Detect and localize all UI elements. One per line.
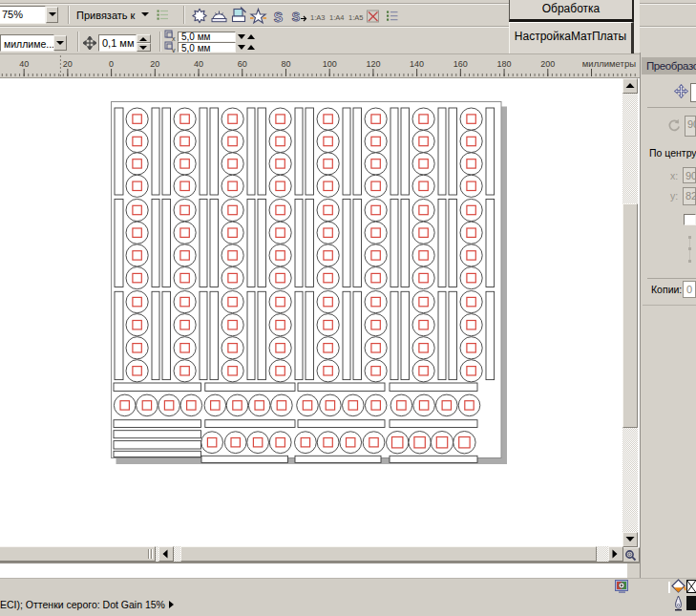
svg-text:y: y [172, 47, 176, 53]
svg-text:60: 60 [238, 59, 247, 69]
svg-text:200: 200 [540, 59, 555, 69]
svg-text:1:A3: 1:A3 [310, 13, 325, 22]
svg-text:100: 100 [323, 59, 337, 69]
svg-text:140: 140 [410, 59, 424, 69]
svg-text:160: 160 [453, 59, 468, 69]
svg-text:0: 0 [109, 59, 114, 69]
svg-text:40: 40 [19, 59, 29, 69]
svg-text:80: 80 [281, 59, 290, 69]
svg-text:20: 20 [150, 59, 159, 69]
svg-text:S: S [292, 11, 300, 24]
svg-text:миллиметры: миллиметры [582, 58, 636, 69]
svg-text:20: 20 [63, 59, 73, 69]
svg-text:S: S [274, 10, 283, 25]
svg-text:1:A4: 1:A4 [329, 13, 344, 22]
svg-text:120: 120 [366, 59, 380, 69]
svg-text:1:A5: 1:A5 [348, 13, 363, 22]
svg-text:40: 40 [194, 59, 203, 69]
svg-text:180: 180 [497, 59, 512, 69]
